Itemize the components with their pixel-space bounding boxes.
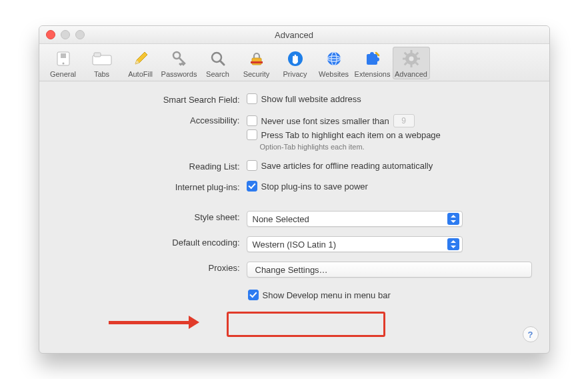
close-icon[interactable] — [46, 30, 55, 39]
stylesheet-label: Style sheet: — [57, 211, 247, 222]
window-title: Advanced — [39, 30, 549, 40]
checkbox-text: Show full website address — [261, 94, 361, 104]
hand-icon — [285, 49, 305, 69]
window-controls — [46, 30, 85, 39]
annotation-arrow — [109, 316, 199, 329]
puzzle-icon — [363, 49, 383, 69]
show-develop-checkbox[interactable]: Show Develop menu in menu bar — [247, 287, 532, 303]
encoding-select[interactable]: Western (ISO Latin 1) — [247, 236, 463, 252]
tab-general[interactable]: General — [45, 47, 82, 79]
annotation-highlight — [227, 312, 385, 337]
help-button[interactable]: ? — [523, 326, 539, 342]
svg-point-16 — [370, 52, 374, 56]
svg-point-2 — [62, 63, 64, 65]
svg-rect-20 — [410, 50, 412, 53]
svg-line-7 — [220, 61, 224, 65]
tab-tabs[interactable]: Tabs — [83, 47, 121, 79]
svg-rect-21 — [410, 64, 412, 67]
checkbox-icon — [247, 115, 257, 126]
checkbox-icon — [248, 290, 259, 300]
tab-websites[interactable]: Websites — [315, 47, 353, 79]
checkbox-text: Save articles for offline reading automa… — [261, 161, 433, 171]
toolbar: General Tabs AutoFill Passwords Search S… — [39, 44, 549, 81]
checkbox-text: Never use font sizes smaller than — [261, 116, 389, 126]
change-settings-button[interactable]: Change Settings… — [247, 262, 532, 278]
svg-rect-22 — [403, 58, 406, 60]
encoding-label: Default encoding: — [57, 236, 247, 248]
press-tab-checkbox[interactable]: Press Tab to highlight each item on a we… — [247, 129, 532, 140]
checkbox-icon — [247, 93, 257, 104]
svg-rect-23 — [417, 58, 420, 60]
tab-autofill[interactable]: AutoFill — [122, 47, 159, 79]
tab-extensions[interactable]: Extensions — [354, 47, 391, 79]
switch-icon — [53, 49, 73, 69]
svg-rect-1 — [61, 53, 66, 58]
font-size-checkbox[interactable]: Never use font sizes smaller than 9 — [247, 114, 532, 127]
stop-plugins-checkbox[interactable]: Stop plug-ins to save power — [247, 181, 532, 192]
tab-privacy[interactable]: Privacy — [277, 47, 314, 79]
font-size-stepper[interactable]: 9 — [393, 114, 415, 127]
key-icon — [169, 49, 189, 69]
option-tab-note: Option-Tab highlights each item. — [260, 143, 532, 151]
checkbox-icon — [247, 181, 257, 192]
titlebar: Advanced — [39, 26, 549, 44]
select-value: Western (ISO Latin 1) — [253, 240, 447, 250]
search-icon — [208, 49, 228, 69]
select-value: None Selected — [253, 214, 447, 224]
gear-icon — [401, 49, 421, 69]
svg-rect-9 — [251, 61, 263, 63]
tabs-icon — [92, 49, 112, 69]
svg-rect-4 — [94, 53, 101, 57]
content-pane: Smart Search Field: Show full website ad… — [39, 81, 549, 353]
checkbox-icon — [247, 129, 257, 140]
tab-passwords[interactable]: Passwords — [161, 47, 198, 79]
chevron-updown-icon — [447, 238, 459, 250]
svg-point-19 — [409, 57, 413, 61]
chevron-updown-icon — [447, 213, 459, 225]
accessibility-label: Accessibility: — [57, 114, 247, 125]
preferences-window: Advanced General Tabs AutoFill Passwords — [39, 25, 550, 354]
button-label: Change Settings… — [255, 265, 328, 275]
stylesheet-select[interactable]: None Selected — [247, 211, 463, 227]
checkbox-text: Press Tab to highlight each item on a we… — [261, 130, 441, 140]
lock-icon — [247, 49, 267, 69]
show-full-address-checkbox[interactable]: Show full website address — [247, 93, 532, 104]
tab-advanced[interactable]: Advanced — [393, 47, 430, 79]
reading-list-label: Reading List: — [57, 160, 247, 171]
smart-search-label: Smart Search Field: — [57, 93, 247, 105]
tab-search[interactable]: Search — [199, 47, 237, 79]
save-offline-checkbox[interactable]: Save articles for offline reading automa… — [247, 160, 532, 171]
checkbox-text: Stop plug-ins to save power — [261, 181, 368, 192]
pencil-icon — [131, 49, 151, 69]
tab-security[interactable]: Security — [238, 47, 275, 79]
plugins-label: Internet plug-ins: — [57, 181, 247, 192]
proxies-label: Proxies: — [57, 262, 247, 273]
globe-icon — [324, 49, 344, 69]
checkbox-text: Show Develop menu in menu bar — [263, 290, 391, 300]
checkbox-icon — [247, 160, 257, 171]
zoom-icon[interactable] — [75, 30, 85, 39]
minimize-icon[interactable] — [61, 30, 70, 39]
help-icon: ? — [528, 330, 533, 340]
svg-point-17 — [375, 57, 379, 61]
